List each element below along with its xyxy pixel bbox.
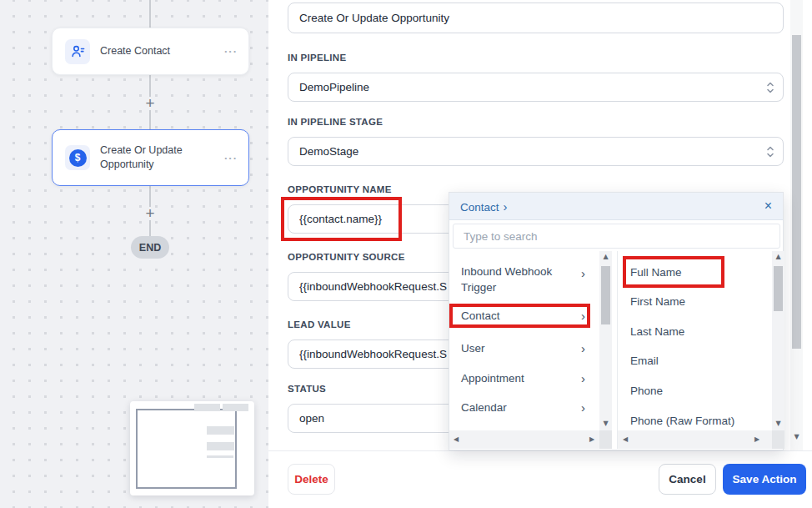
chevron-right-icon: ›	[581, 400, 585, 415]
category-scrollbar[interactable]: ▲ ▼	[599, 251, 612, 430]
workflow-builder: Create Contact ··· + $ Create Or Update …	[0, 0, 812, 508]
add-step-button[interactable]: +	[142, 205, 158, 222]
end-node: END	[131, 236, 169, 259]
save-action-button[interactable]: Save Action	[723, 464, 806, 495]
minimap-bar	[223, 404, 248, 411]
footer-divider	[268, 450, 812, 451]
node-label: Create Or Update Opportunity	[100, 143, 217, 172]
scroll-left-icon[interactable]: ◀	[623, 435, 628, 443]
workflow-canvas[interactable]: Create Contact ··· + $ Create Or Update …	[0, 0, 268, 508]
connector-line	[149, 220, 151, 236]
field-hscrollbar[interactable]: ◀ ▶	[618, 430, 784, 449]
category-user[interactable]: User ›	[449, 340, 599, 356]
action-settings-panel: IN PIPELINE IN PIPELINE STAGE OPPORTUNIT…	[268, 0, 812, 508]
node-create-or-update-opportunity[interactable]: $ Create Or Update Opportunity ···	[52, 129, 249, 186]
category-contact[interactable]: Contact ›	[449, 308, 599, 324]
picker-search-input[interactable]	[453, 224, 780, 249]
minimap[interactable]	[130, 401, 254, 495]
chevron-right-icon: ›	[581, 265, 585, 281]
lead-value-label: LEAD VALUE	[288, 319, 351, 329]
category-appointment[interactable]: Appointment ›	[449, 370, 599, 386]
node-create-contact[interactable]: Create Contact ···	[52, 28, 249, 75]
minimap-bar	[194, 404, 220, 411]
scroll-down-icon[interactable]: ▼	[599, 420, 612, 427]
node-menu-button[interactable]: ···	[224, 45, 238, 58]
chevron-right-icon: ›	[581, 370, 585, 386]
pipeline-select[interactable]	[288, 73, 784, 102]
scrollbar-corner	[599, 430, 612, 449]
field-email[interactable]: Email	[630, 355, 770, 367]
opportunity-source-label: OPPORTUNITY SOURCE	[288, 252, 405, 262]
field-scrollbar[interactable]: ▲ ▼	[772, 251, 784, 430]
scroll-left-icon[interactable]: ◀	[454, 435, 459, 443]
status-label: STATUS	[288, 384, 326, 394]
minimap-bar	[207, 426, 234, 435]
breadcrumb-label: Contact	[460, 201, 499, 214]
in-pipeline-label: IN PIPELINE	[288, 53, 346, 63]
chevron-right-icon: ›	[581, 340, 585, 356]
add-step-button[interactable]: +	[142, 95, 158, 112]
close-icon[interactable]: ×	[764, 199, 772, 213]
minimap-bar	[207, 442, 234, 450]
opportunity-name-label: OPPORTUNITY NAME	[288, 184, 392, 194]
contact-icon	[65, 39, 90, 64]
picker-header: Contact› ×	[449, 193, 783, 220]
category-clipped[interactable]: Message ›	[449, 425, 599, 430]
scrollbar-corner	[772, 430, 784, 449]
submenu-divider	[617, 251, 618, 449]
scroll-right-icon[interactable]: ▶	[754, 435, 759, 443]
scroll-down-icon[interactable]: ▼	[772, 420, 784, 427]
chevron-right-icon: ›	[581, 308, 585, 324]
node-label: Create Contact	[100, 44, 217, 58]
scrollbar-thumb[interactable]	[601, 266, 610, 324]
connector-line	[149, 110, 151, 129]
scroll-right-icon[interactable]: ▶	[589, 435, 594, 443]
category-hscrollbar[interactable]: ◀ ▶	[449, 430, 612, 449]
field-phone[interactable]: Phone	[630, 385, 770, 397]
breadcrumb[interactable]: Contact›	[460, 199, 508, 214]
dollar-icon: $	[65, 145, 90, 170]
panel-scrollbar[interactable]: ▼	[790, 0, 803, 450]
scroll-down-icon[interactable]: ▼	[790, 433, 803, 440]
field-full-name[interactable]: Full Name	[630, 266, 770, 279]
delete-button[interactable]: Delete	[288, 464, 335, 495]
category-calendar[interactable]: Calendar ›	[449, 400, 599, 415]
scrollbar-thumb[interactable]	[774, 266, 783, 311]
field-phone-raw-format[interactable]: Phone (Raw Format)	[630, 415, 770, 427]
connector-line	[149, 0, 151, 28]
field-first-name[interactable]: First Name	[630, 295, 770, 308]
field-last-name[interactable]: Last Name	[630, 325, 770, 338]
action-name-input[interactable]	[288, 3, 784, 33]
in-pipeline-stage-label: IN PIPELINE STAGE	[288, 117, 383, 127]
pipeline-stage-select[interactable]	[288, 137, 784, 166]
scroll-up-icon[interactable]: ▲	[599, 253, 612, 260]
scroll-up-icon[interactable]: ▲	[772, 253, 784, 260]
category-inbound-webhook-trigger[interactable]: Inbound Webhook Trigger ›	[449, 264, 587, 295]
cancel-button[interactable]: Cancel	[659, 464, 716, 495]
minimap-bar	[207, 455, 233, 458]
value-picker-dropdown: Contact› × Inbound Webhook Trigger › Con…	[449, 192, 784, 450]
node-menu-button[interactable]: ···	[224, 152, 238, 164]
chevron-right-icon: ›	[504, 199, 508, 214]
panel-scrollbar-thumb[interactable]	[792, 35, 801, 349]
